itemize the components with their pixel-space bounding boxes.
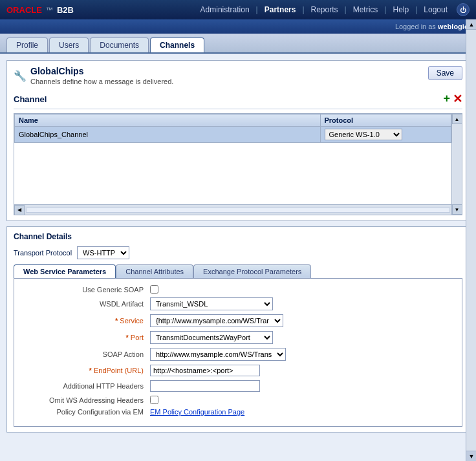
partners-link[interactable]: Partners (259, 5, 301, 14)
port-select[interactable]: TransmitDocuments2WayPort (150, 331, 273, 344)
transport-label: Transport Protocol (14, 249, 72, 257)
tab-documents[interactable]: Documents (90, 38, 149, 52)
wsdl-artifact-row: WSDL Artifact Transmit_WSDL (21, 297, 455, 310)
channel-table-scroll[interactable]: Name Protocol GlobalChips_Channel (14, 114, 462, 204)
soap-action-row: SOAP Action http://www.mysample.com/WS/T… (21, 348, 455, 361)
horizontal-scrollbar[interactable]: ◀ ▶ (14, 204, 462, 215)
main-content: 🔧 GlobalChips Channels define how a mess… (0, 54, 476, 461)
soap-action-select[interactable]: http://www.mysample.com/WS/Trans (150, 348, 286, 361)
b2b-logo: B2B (57, 5, 74, 15)
policy-config-label: Policy Configuration via EM (21, 408, 150, 416)
globalchips-section: 🔧 GlobalChips Channels define how a mess… (6, 60, 470, 221)
use-generic-soap-row: Use Generic SOAP (21, 285, 455, 294)
outer-scroll-up[interactable]: ▲ (466, 19, 476, 30)
col-protocol: Protocol (320, 114, 451, 127)
wsdl-artifact-select[interactable]: Transmit_WSDL (150, 297, 273, 310)
omit-ws-checkbox[interactable] (150, 396, 158, 404)
reports-link[interactable]: Reports (306, 5, 343, 14)
use-generic-soap-label: Use Generic SOAP (21, 286, 150, 294)
logged-in-bar: Logged in as weblogic (0, 19, 476, 34)
port-required-star: * (125, 334, 130, 341)
port-label: * Port (21, 334, 150, 341)
tab-bar: Profile Users Documents Channels (0, 34, 476, 54)
sub-tab-exchange-protocol[interactable]: Exchange Protocol Parameters (193, 264, 311, 278)
username-display: weblogic (438, 23, 468, 30)
logout-link[interactable]: Logout (418, 5, 453, 14)
metrics-link[interactable]: Metrics (348, 5, 384, 14)
outer-scrollbar[interactable]: ▲ ▼ (466, 19, 476, 461)
protocol-select[interactable]: Generic WS-1.0 (325, 129, 402, 140)
transport-row: Transport Protocol WS-HTTP (14, 246, 462, 259)
channel-header: Channel + ✕ (14, 89, 462, 109)
soap-action-label: SOAP Action (21, 350, 150, 358)
additional-headers-label: Additional HTTP Headers (21, 382, 150, 390)
channel-actions: + ✕ (443, 92, 462, 106)
use-generic-soap[interactable] (150, 285, 158, 294)
channel-table-wrapper: Name Protocol GlobalChips_Channel (14, 113, 462, 215)
vertical-scrollbar[interactable]: ▲ ▼ (451, 114, 462, 215)
logout-icon[interactable]: ⏻ (457, 3, 470, 16)
scroll-track[interactable] (26, 208, 450, 213)
sub-tab-web-service[interactable]: Web Service Parameters (14, 264, 116, 278)
save-button[interactable]: Save (428, 66, 462, 80)
tab-profile[interactable]: Profile (6, 38, 48, 52)
service-label: * Service (21, 317, 150, 325)
table-row[interactable]: GlobalChips_Channel Generic WS-1.0 (15, 127, 451, 143)
channel-header-label: Channel (14, 94, 47, 104)
section-title-area: 🔧 GlobalChips Channels define how a mess… (14, 66, 173, 85)
omit-ws-label: Omit WS Addressing Headers (21, 396, 150, 404)
wsdl-artifact-label: WSDL Artifact (21, 300, 150, 308)
top-navigation: ORACLE ™ B2B Administration | Partners |… (0, 0, 476, 19)
channel-details-title: Channel Details (14, 232, 462, 241)
channel-name-cell[interactable]: GlobalChips_Channel (15, 127, 321, 143)
channel-table: Name Protocol GlobalChips_Channel (14, 114, 451, 143)
oracle-logo: ORACLE (6, 5, 42, 15)
policy-config-row: Policy Configuration via EM EM Policy Co… (21, 408, 455, 416)
sub-tab-content: Use Generic SOAP WSDL Artifact Transmit_… (14, 278, 462, 427)
port-row: * Port TransmitDocuments2WayPort (21, 331, 455, 344)
section-description: Channels define how a message is deliver… (30, 78, 173, 85)
logged-in-prefix: Logged in as (395, 23, 436, 30)
tab-channels[interactable]: Channels (150, 38, 204, 52)
omit-ws-row: Omit WS Addressing Headers (21, 396, 455, 404)
logo-separator: ™ (46, 6, 53, 14)
tab-users[interactable]: Users (49, 38, 89, 52)
section-title: GlobalChips (30, 66, 173, 76)
sub-tabs: Web Service Parameters Channel Attribute… (14, 264, 462, 278)
section-header: 🔧 GlobalChips Channels define how a mess… (14, 66, 462, 85)
nav-links: Administration | Partners | Reports | Me… (195, 3, 470, 16)
additional-headers-row: Additional HTTP Headers (21, 380, 455, 392)
endpoint-input[interactable] (150, 365, 260, 376)
scroll-down-button[interactable]: ▼ (452, 204, 462, 215)
transport-select[interactable]: WS-HTTP (77, 246, 129, 259)
help-link[interactable]: Help (387, 5, 414, 14)
endpoint-row: * EndPoint (URL) (21, 365, 455, 376)
endpoint-label: * EndPoint (URL) (21, 367, 150, 374)
channel-name-value: GlobalChips_Channel (19, 131, 88, 138)
service-row: * Service {http://www.mysample.com/WS/Tr… (21, 314, 455, 327)
outer-scroll-track (466, 30, 476, 451)
sub-tab-channel-attributes[interactable]: Channel Attributes (116, 264, 193, 278)
channel-area: Channel + ✕ Name Protocol (14, 89, 462, 215)
col-name: Name (15, 114, 321, 127)
delete-channel-button[interactable]: ✕ (453, 92, 462, 106)
endpoint-required-star: * (89, 367, 94, 374)
protocol-cell[interactable]: Generic WS-1.0 (320, 127, 451, 143)
scroll-up-button[interactable]: ▲ (452, 114, 462, 124)
admin-link[interactable]: Administration (195, 5, 255, 14)
section-icon: 🔧 (14, 70, 27, 82)
service-select[interactable]: {http://www.mysample.com/WS/Trar (150, 314, 283, 327)
logo-area: ORACLE ™ B2B (6, 5, 74, 15)
add-channel-button[interactable]: + (443, 92, 450, 106)
outer-scroll-down[interactable]: ▼ (466, 451, 476, 461)
channel-details: Channel Details Transport Protocol WS-HT… (6, 226, 470, 433)
scroll-left-button[interactable]: ◀ (14, 205, 25, 215)
policy-config-link[interactable]: EM Policy Configuration Page (150, 408, 244, 416)
additional-headers-input[interactable] (150, 380, 260, 392)
